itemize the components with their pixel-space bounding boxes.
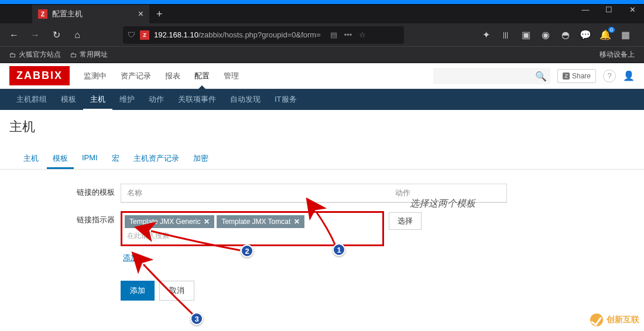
menu-monitoring[interactable]: 监测中: [78, 64, 112, 88]
annotation-badge-1: 1: [333, 243, 345, 256]
subnav-hostgroups[interactable]: 主机群组: [9, 88, 54, 111]
subnav-actions[interactable]: 动作: [142, 88, 171, 111]
annotation-badge-3: 3: [190, 312, 203, 325]
browser-tab-active[interactable]: Z 配置主机 ×: [32, 5, 149, 23]
subnav-correlation[interactable]: 关联项事件: [171, 88, 223, 111]
tab-title: 配置主机: [52, 9, 83, 19]
cancel-button[interactable]: 取消: [159, 281, 194, 301]
notifications-icon[interactable]: 🔔: [600, 29, 611, 41]
subnav-templates[interactable]: 模板: [54, 88, 83, 111]
watermark-logo-icon: [590, 313, 603, 326]
linked-templates-row: 链接的模板 名称 动作: [76, 184, 626, 203]
extensions-icon[interactable]: ✦: [480, 29, 492, 41]
remove-tag-icon[interactable]: ✕: [294, 218, 300, 226]
browser-tab-strip: Z 配置主机 × +: [0, 5, 644, 23]
library-icon[interactable]: ⫼: [500, 29, 512, 41]
zabbix-header: ZABBIX 监测中 资产记录 报表 配置 管理 🔍 ZShare ? 👤: [0, 63, 644, 89]
page-title: 主机: [0, 110, 644, 144]
sidebar-icon[interactable]: ▣: [520, 29, 532, 41]
menu-configuration[interactable]: 配置: [189, 64, 215, 88]
form-buttons: 添加 取消: [121, 281, 626, 301]
help-icon[interactable]: ?: [603, 70, 616, 82]
host-config-tabs: 主机 模板 IPMI 宏 主机资产记录 加密: [0, 149, 644, 170]
select-button[interactable]: 选择: [389, 212, 422, 230]
maximize-button[interactable]: ☐: [597, 0, 621, 19]
subnav-maintenance[interactable]: 维护: [112, 88, 142, 111]
bookmark-bar: 🗀 火狐官方站点 🗀 常用网址 移动设备上: [0, 47, 644, 63]
link-selector-row: 链接指示器 Template JMX Generic ✕ Template JM…: [76, 211, 626, 263]
header-right: 🔍 ZShare ? 👤: [433, 68, 635, 84]
remove-tag-icon[interactable]: ✕: [204, 218, 210, 226]
site-favicon-icon: Z: [140, 30, 149, 40]
template-multiselect[interactable]: Template JMX Generic ✕ Template JMX Tomc…: [121, 211, 384, 246]
bookmark-mobile[interactable]: 移动设备上: [600, 50, 635, 60]
tab-templates[interactable]: 模板: [47, 149, 74, 169]
tab-host[interactable]: 主机: [18, 149, 44, 169]
reload-button[interactable]: ↻: [48, 27, 64, 43]
submit-button[interactable]: 添加: [121, 281, 155, 301]
annotation-badge-2: 2: [241, 244, 254, 257]
menu-icon[interactable]: ▦: [619, 29, 631, 41]
template-tag-jmx-tomcat: Template JMX Tomcat ✕: [217, 215, 304, 228]
shield2-icon[interactable]: ◓: [560, 29, 571, 41]
tab-encryption[interactable]: 加密: [187, 149, 214, 169]
menu-admin[interactable]: 管理: [218, 64, 245, 88]
multiselect-placeholder: 在此输入搜索: [125, 230, 380, 242]
subnav-hosts[interactable]: 主机: [83, 88, 112, 111]
browser-toolbar: ✦ ⫼ ▣ ◉ ◓ 💬 🔔 ▦: [480, 29, 638, 41]
global-search: 🔍: [433, 68, 550, 84]
tab-macros[interactable]: 宏: [106, 149, 125, 169]
sub-navigation: 主机群组 模板 主机 维护 动作 关联项事件 自动发现 IT服务: [0, 89, 644, 110]
url-input[interactable]: 🛡 Z 192.168.1.10/zabbix/hosts.php?groupi…: [123, 26, 404, 44]
search-icon[interactable]: 🔍: [535, 71, 547, 82]
new-tab-button[interactable]: +: [149, 8, 170, 20]
watermark: 创新互联: [590, 313, 639, 326]
linked-templates-label: 链接的模板: [76, 184, 121, 203]
account-icon[interactable]: ◉: [540, 29, 551, 41]
chat-icon[interactable]: 💬: [580, 29, 591, 41]
search-input[interactable]: [433, 68, 550, 84]
close-button[interactable]: ✕: [621, 0, 644, 19]
tab-inventory[interactable]: 主机资产记录: [128, 149, 185, 169]
add-template-link[interactable]: 添加: [121, 253, 138, 262]
col-header-name: 名称: [121, 184, 389, 202]
tab-ipmi[interactable]: IPMI: [76, 149, 104, 169]
bookmark-common[interactable]: 🗀 常用网址: [70, 50, 108, 60]
subnav-itservices[interactable]: IT服务: [268, 88, 304, 111]
bookmark-star-icon[interactable]: ☆: [359, 30, 366, 39]
user-icon[interactable]: 👤: [623, 70, 635, 81]
url-actions: ▤ ••• ☆: [330, 30, 366, 39]
tab-close-icon[interactable]: ×: [138, 9, 143, 19]
back-button[interactable]: ←: [6, 27, 22, 43]
browser-top-accent: [0, 0, 644, 5]
reader-icon[interactable]: ▤: [330, 30, 337, 39]
share-button[interactable]: ZShare: [557, 69, 596, 83]
forward-button[interactable]: →: [27, 27, 43, 43]
annotation-label: 选择这两个模板: [410, 198, 475, 210]
browser-address-bar: ← → ↻ ⌂ 🛡 Z 192.168.1.10/zabbix/hosts.ph…: [0, 23, 644, 47]
main-menu: 监测中 资产记录 报表 配置 管理: [78, 64, 245, 88]
zabbix-logo[interactable]: ZABBIX: [9, 66, 70, 85]
menu-inventory[interactable]: 资产记录: [115, 64, 157, 88]
link-selector-label: 链接指示器: [76, 211, 121, 263]
subnav-discovery[interactable]: 自动发现: [223, 88, 268, 111]
more-icon[interactable]: •••: [344, 30, 352, 39]
url-text: 192.168.1.10/zabbix/hosts.php?groupid=0&…: [154, 30, 321, 39]
bookmark-firefox[interactable]: 🗀 火狐官方站点: [9, 50, 61, 60]
zabbix-favicon-icon: Z: [38, 9, 47, 19]
window-controls: — ☐ ✕: [574, 0, 644, 19]
menu-reports[interactable]: 报表: [159, 64, 186, 88]
template-tag-jmx-generic: Template JMX Generic ✕: [125, 215, 214, 228]
minimize-button[interactable]: —: [574, 0, 597, 19]
template-form: 链接的模板 名称 动作 链接指示器 Template JMX Generic ✕: [0, 170, 644, 323]
shield-icon: 🛡: [128, 30, 135, 39]
home-button[interactable]: ⌂: [69, 27, 85, 43]
